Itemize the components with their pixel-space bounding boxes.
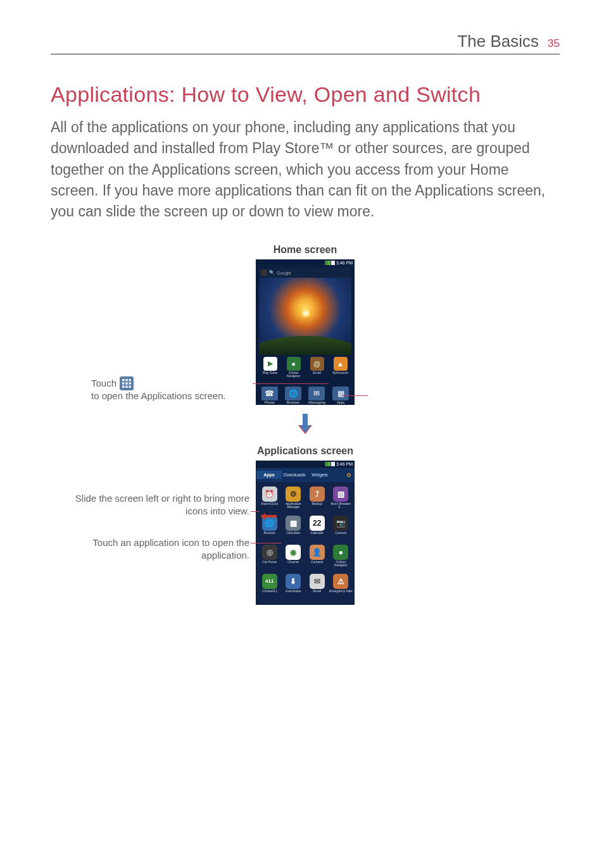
apps-screen-label: Applications screen: [257, 445, 353, 457]
home-icon-row: ▶Play Store●Cricket Navigator@Email▲MyAc…: [256, 357, 354, 378]
signal-icon: [325, 261, 330, 265]
svg-rect-2: [129, 379, 132, 381]
home-app-cricket-navigator[interactable]: ●Cricket Navigator: [284, 357, 304, 378]
tab-apps[interactable]: Apps: [256, 471, 282, 479]
slide-arrow-icon: [260, 513, 277, 519]
status-time: 3:46 PM: [336, 261, 353, 265]
page-title: Applications: How to View, Open and Swit…: [51, 82, 560, 107]
home-app-myaccount[interactable]: ▲MyAccount: [330, 357, 351, 378]
tab-widgets[interactable]: Widgets: [307, 471, 332, 479]
callout-open-app: Touch an application icon to open the ap…: [60, 536, 249, 562]
app-application-manager[interactable]: ⚙Application Manager: [282, 485, 306, 514]
app-cricket411[interactable]: 411Cricket411: [258, 573, 282, 602]
arrow-down-icon: [296, 414, 315, 435]
app-alarm-clock[interactable]: ⏰Alarm/Clock: [258, 485, 282, 514]
google-search-bar[interactable]: 🔍 Google: [259, 268, 351, 278]
app-cricket-navigator[interactable]: ●Cricket Navigator: [329, 543, 353, 573]
app-emergency-alert[interactable]: ⚠Emergency Alert: [329, 573, 353, 602]
apps-tab-bar: Apps Downloads Widgets ⚙: [256, 468, 354, 482]
svg-marker-11: [299, 425, 311, 433]
app-calculator[interactable]: ▦Calculator: [282, 514, 306, 543]
svg-rect-7: [125, 385, 128, 388]
app-camera[interactable]: 📷Camera: [329, 514, 353, 543]
home-screen-figure: 3:46 PM 🔍 Google ▶Play Store●Cricket Nav…: [256, 259, 355, 405]
svg-rect-12: [264, 515, 277, 518]
home-wallpaper: [259, 278, 351, 355]
callout-leader: [342, 395, 367, 396]
callout-touch-apps: Touch to open the Applications screen.: [91, 376, 251, 401]
home-app-email[interactable]: @Email: [307, 357, 327, 378]
search-placeholder: Google: [277, 271, 291, 275]
mic-icon: [261, 270, 267, 276]
svg-rect-1: [125, 379, 128, 381]
gear-icon[interactable]: ⚙: [344, 472, 354, 478]
app-email[interactable]: ✉Email: [305, 573, 329, 602]
svg-rect-5: [129, 382, 132, 385]
tab-downloads[interactable]: Downloads: [282, 471, 307, 479]
signal-icon: [325, 462, 330, 466]
svg-rect-6: [122, 385, 125, 388]
svg-rect-8: [129, 385, 132, 388]
app-contacts[interactable]: 👤Contacts: [305, 543, 329, 573]
svg-rect-3: [122, 382, 125, 385]
dock-browser[interactable]: 🌐Browser: [285, 387, 301, 404]
battery-icon: [331, 261, 335, 265]
app-backup[interactable]: ⤴Backup: [305, 485, 329, 514]
home-app-play-store[interactable]: ▶Play Store: [260, 357, 280, 378]
app-calendar[interactable]: 22Calendar: [305, 514, 329, 543]
dock-phone[interactable]: ☎Phone: [261, 387, 278, 404]
status-bar: 3:46 PM: [256, 461, 354, 468]
dock-messaging[interactable]: ✉Messaging: [308, 387, 325, 404]
svg-marker-13: [260, 513, 265, 519]
apps-grid: ⏰Alarm/Clock⚙Application Manager⤴Backup▧…: [256, 484, 354, 604]
applications-screen-figure: 3:46 PM Apps Downloads Widgets ⚙ ⏰Alarm/…: [256, 461, 355, 605]
app-car-home[interactable]: ◎Car Home: [258, 543, 282, 573]
home-screen-label: Home screen: [274, 244, 337, 256]
battery-icon: [331, 462, 335, 466]
page-header: The Basics 35: [51, 32, 560, 54]
svg-rect-4: [125, 382, 128, 385]
app-chrome[interactable]: ◉Chrome: [282, 543, 306, 573]
svg-rect-0: [122, 379, 125, 381]
intro-paragraph: All of the applications on your phone, i…: [51, 117, 560, 223]
status-bar: 3:46 PM: [256, 260, 354, 266]
app-box-s-breaker-3-[interactable]: ▧Box's Breaker 3…: [329, 485, 353, 514]
status-time: 3:46 PM: [336, 462, 353, 466]
apps-grid-icon: [120, 376, 134, 390]
section-title: The Basics: [457, 32, 539, 51]
app-downloads[interactable]: ⬇Downloads: [282, 573, 306, 602]
dock-row: ☎Phone🌐Browser✉Messaging▦Apps: [256, 387, 354, 404]
svg-rect-9: [303, 414, 308, 425]
page-number: 35: [548, 37, 560, 50]
callout-slide: Slide the screen left or right to bring …: [60, 492, 249, 518]
